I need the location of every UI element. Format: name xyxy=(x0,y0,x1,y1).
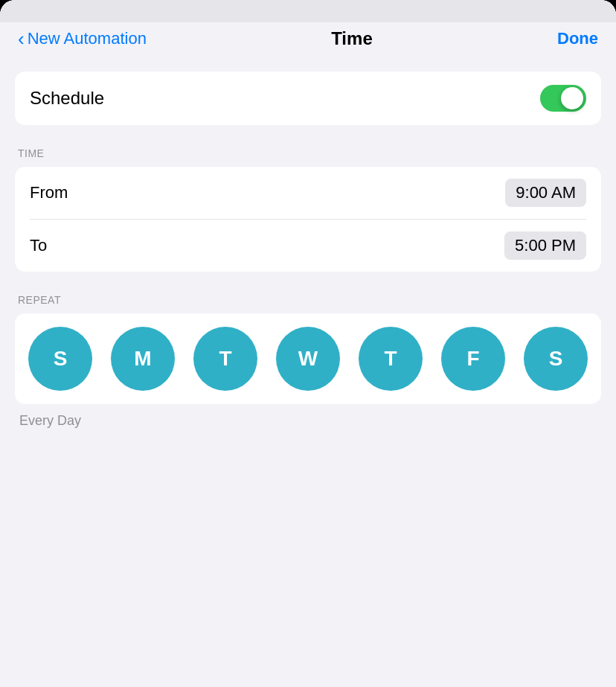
schedule-label: Schedule xyxy=(30,88,104,109)
day-letter-wednesday: W xyxy=(298,347,318,371)
day-letter-thursday: T xyxy=(384,347,397,371)
time-card: From 9:00 AM To 5:00 PM xyxy=(15,167,601,272)
day-circle-thursday[interactable]: T xyxy=(359,327,423,391)
day-letter-sunday: S xyxy=(54,347,68,371)
to-row: To 5:00 PM xyxy=(30,220,586,272)
day-letter-tuesday: T xyxy=(219,347,231,371)
days-card: S M T W T F S xyxy=(15,313,601,404)
schedule-row: Schedule xyxy=(30,71,586,125)
day-circle-friday[interactable]: F xyxy=(441,327,505,391)
back-chevron-icon: ‹ xyxy=(18,29,25,48)
day-letter-friday: F xyxy=(466,347,479,371)
done-button[interactable]: Done xyxy=(557,29,598,48)
page-title: Time xyxy=(147,28,557,49)
schedule-toggle[interactable] xyxy=(540,85,586,112)
from-value[interactable]: 9:00 AM xyxy=(505,179,586,207)
day-circle-wednesday[interactable]: W xyxy=(276,327,340,391)
back-button[interactable]: ‹ New Automation xyxy=(18,29,147,48)
repeat-section-label: REPEAT xyxy=(15,294,601,306)
to-label: To xyxy=(30,236,47,255)
day-circle-sunday[interactable]: S xyxy=(28,327,92,391)
toggle-thumb xyxy=(561,87,583,109)
from-row: From 9:00 AM xyxy=(30,167,586,219)
time-section-label: TIME xyxy=(15,147,601,159)
from-label: From xyxy=(30,183,68,202)
content: Schedule TIME From 9:00 AM To 5:00 PM RE… xyxy=(0,64,616,444)
back-label: New Automation xyxy=(28,29,147,48)
day-letter-saturday: S xyxy=(549,347,563,371)
phone-container: ‹ New Automation Time Done Schedule TIME… xyxy=(0,0,616,687)
to-value[interactable]: 5:00 PM xyxy=(504,231,586,260)
day-circle-tuesday[interactable]: T xyxy=(193,327,257,391)
day-circle-saturday[interactable]: S xyxy=(524,327,588,391)
day-circle-monday[interactable]: M xyxy=(111,327,175,391)
repeat-description: Every Day xyxy=(15,413,601,429)
schedule-card: Schedule xyxy=(15,71,601,125)
top-bar xyxy=(0,0,616,22)
day-letter-monday: M xyxy=(134,347,151,371)
